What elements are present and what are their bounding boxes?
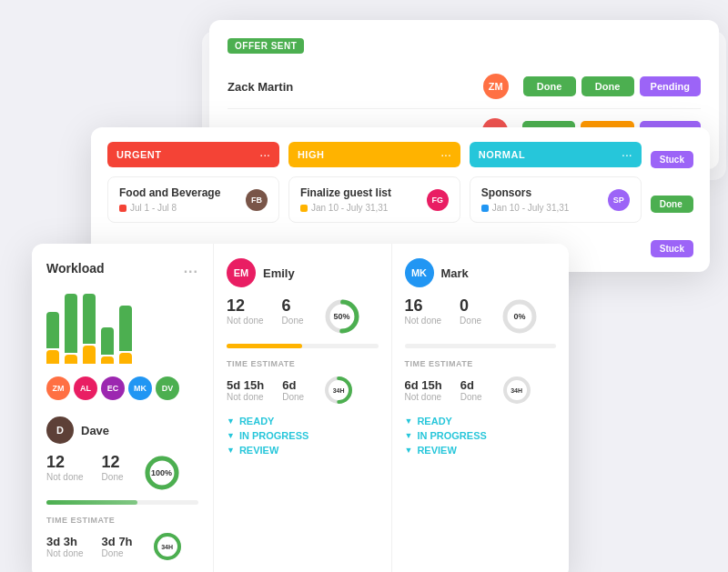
- emily-panel: EM Emily 12 Not done 6 Done: [214, 244, 392, 572]
- emily-time-done: 6d Done: [282, 378, 304, 402]
- bar-yellow: [101, 356, 114, 364]
- mark-time-not-done: 6d 15h Not done: [405, 378, 442, 402]
- donut-label: 100%: [151, 468, 172, 477]
- avatar: SP: [608, 189, 630, 211]
- bar-group: [46, 312, 59, 364]
- dave-avatar: D: [46, 416, 74, 444]
- emily-tag-review[interactable]: ▼ REVIEW: [227, 445, 379, 456]
- emily-progress-bar: [227, 344, 379, 348]
- avatar: ZM: [46, 376, 70, 400]
- emily-name: Emily: [263, 266, 295, 280]
- col-label-normal: NORMAL: [479, 149, 622, 160]
- emily-tag-in-progress[interactable]: ▼ IN PROGRESS: [227, 430, 379, 441]
- chevron-down-icon: ▼: [227, 431, 235, 440]
- flag-icon: [119, 205, 126, 212]
- kanban-task-normal[interactable]: Sponsors Jan 10 - July 31,31 SP: [470, 176, 642, 223]
- kanban-col-normal: NORMAL ··· Sponsors Jan 10 - July 31,31 …: [470, 142, 642, 257]
- emily-tag-ready[interactable]: ▼ READY: [227, 416, 379, 426]
- bar-green: [119, 306, 132, 351]
- avatar: EC: [101, 376, 125, 400]
- mark-tag-in-progress[interactable]: ▼ IN PROGRESS: [405, 430, 557, 441]
- avatar-row: ZM AL EC MK DV: [46, 376, 198, 400]
- dave-time-label: TIME ESTIMATE: [46, 516, 198, 525]
- dots-icon-normal[interactable]: ···: [622, 147, 632, 162]
- task-name: Sponsors: [481, 186, 570, 199]
- mark-time-label-val: 34H: [511, 387, 522, 394]
- emily-stats: 12 Not done 6 Done 50%: [227, 296, 379, 336]
- bar-green: [46, 312, 59, 348]
- col-header-normal: NORMAL ···: [470, 142, 642, 167]
- mark-done: 0 Done: [460, 296, 481, 336]
- mark-name: Mark: [441, 266, 469, 280]
- dave-stats: 12 Not done 12 Done 100%: [46, 453, 198, 493]
- dots-icon-urgent[interactable]: ···: [259, 147, 270, 162]
- avatar: DV: [156, 376, 179, 400]
- chevron-down-icon: ▼: [405, 431, 413, 440]
- kanban-task-urgent[interactable]: Food and Beverage Jul 1 - Jul 8 FB: [107, 176, 279, 223]
- dave-name: Dave: [81, 424, 109, 437]
- emily-time-not-done: 5d 15h Not done: [227, 378, 264, 402]
- mark-time-label: TIME ESTIMATE: [405, 359, 557, 368]
- mark-not-done: 16 Not done: [405, 296, 442, 336]
- bar-chart: [46, 291, 198, 364]
- dave-time-done: 3d 7h Done: [102, 535, 133, 558]
- avatar: FG: [427, 189, 449, 211]
- mark-time-done: 6d Done: [460, 378, 482, 402]
- right-statuses: Stuck Done Stuck: [651, 142, 693, 257]
- chevron-down-icon: ▼: [227, 416, 235, 426]
- mark-time-donut: 34H: [500, 374, 533, 406]
- dave-time-not-done: 3d 3h Not done: [46, 535, 84, 558]
- bar-group: [119, 306, 132, 364]
- col-label-urgent: URGENT: [116, 149, 259, 160]
- mark-tag-ready[interactable]: ▼ READY: [405, 416, 557, 426]
- flag-icon: [481, 205, 489, 212]
- workload-dots[interactable]: ...: [184, 260, 198, 276]
- emily-progress-fill: [227, 344, 302, 348]
- mark-time-row: 6d 15h Not done 6d Done 34H: [405, 374, 557, 406]
- status-stuck-2: Stuck: [651, 240, 693, 257]
- flag-icon: [300, 205, 308, 212]
- emily-time-donut: 34H: [322, 374, 355, 406]
- emily-not-done: 12 Not done: [227, 296, 264, 336]
- mark-tags: ▼ READY ▼ IN PROGRESS ▼ REVIEW: [405, 416, 557, 456]
- avatar: ZM: [483, 74, 509, 99]
- dave-progress-fill: [46, 500, 137, 505]
- chevron-down-icon: ▼: [405, 446, 413, 455]
- dave-header: D Dave: [46, 416, 198, 444]
- dave-done: 12 Done: [102, 453, 124, 493]
- task-name: Food and Beverage: [119, 186, 220, 199]
- status-pill-pending: Pending: [640, 76, 701, 96]
- row-name: Zack Martin: [228, 80, 483, 94]
- status-stuck-1: Stuck: [651, 151, 693, 168]
- dave-time-donut: 34H: [151, 530, 184, 563]
- dots-icon-high[interactable]: ···: [440, 147, 451, 162]
- mark-tag-review[interactable]: ▼ REVIEW: [405, 445, 557, 456]
- workload-title: Workload ...: [46, 260, 198, 276]
- emily-time-row: 5d 15h Not done 6d Done 34H: [227, 374, 379, 406]
- bar-green: [65, 294, 77, 353]
- workload-panel: Workload ...: [32, 244, 214, 572]
- mark-progress-bar: [405, 344, 557, 348]
- kanban-col-urgent: URGENT ··· Food and Beverage Jul 1 - Jul…: [107, 142, 279, 257]
- col-label-high: HIGH: [298, 149, 440, 160]
- kanban-task-high[interactable]: Finalize guest list Jan 10 - July 31,31 …: [288, 176, 460, 223]
- dave-time-row: 3d 3h Not done 3d 7h Done 34H: [46, 530, 198, 563]
- mark-header: MK Mark: [405, 258, 557, 287]
- chevron-down-icon: ▼: [405, 416, 413, 426]
- kanban-col-high: HIGH ··· Finalize guest list Jan 10 - Ju…: [288, 142, 460, 257]
- task-date: Jul 1 - Jul 8: [119, 203, 220, 213]
- status-pill-done2: Done: [581, 76, 634, 96]
- task-name: Finalize guest list: [300, 186, 391, 199]
- bar-group: [83, 294, 96, 364]
- dave-progress-bar: [46, 500, 198, 505]
- dave-section: D Dave 12 Not done 12 Done: [46, 416, 198, 563]
- bar-green: [101, 327, 114, 355]
- mark-donut: 0%: [500, 296, 540, 336]
- bar-yellow: [65, 355, 77, 364]
- status-pill-done: Done: [523, 76, 576, 96]
- person-panels: EM Emily 12 Not done 6 Done: [214, 244, 569, 572]
- mark-donut-label: 0%: [513, 312, 525, 321]
- emily-time-label-val: 34H: [333, 387, 345, 394]
- emily-donut-label: 50%: [333, 312, 349, 321]
- table-row: Zack Martin ZM Done Done Pending: [228, 65, 701, 109]
